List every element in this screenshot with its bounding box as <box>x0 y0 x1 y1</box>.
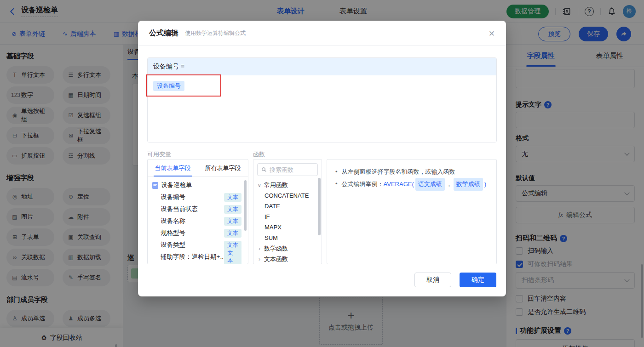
tip-line-1: 从左侧面板选择字段名和函数，或输入函数 <box>342 166 455 178</box>
function-search[interactable] <box>257 163 318 176</box>
example-chip: 数学成绩 <box>454 178 483 191</box>
variable-item[interactable]: 辅助字段：巡检日期+...文本 <box>148 251 248 263</box>
variable-item[interactable]: 规格型号文本 <box>148 227 248 239</box>
caret-down-icon: ∨ <box>257 182 262 188</box>
function-item[interactable]: CONCATENATE <box>253 190 322 201</box>
caret-right-icon: › <box>257 245 262 252</box>
functions-scrollbar[interactable] <box>318 178 321 235</box>
document-icon <box>152 182 158 189</box>
bullet-icon: • <box>335 166 338 178</box>
type-badge: 文本 <box>224 249 242 264</box>
cancel-button[interactable]: 取消 <box>414 273 451 287</box>
formula-editor-modal: 公式编辑 使用数学运算符编辑公式 ✕ 设备编号 = 设备编号 可用变量 函数 当… <box>138 21 506 296</box>
formula-field-chip[interactable]: 设备编号 <box>153 81 184 91</box>
function-item[interactable]: IF <box>253 211 322 222</box>
formula-target: 设备编号 = <box>148 58 496 75</box>
formula-input-area[interactable]: 设备编号 <box>148 75 496 142</box>
function-item[interactable]: SUM <box>253 233 322 243</box>
bullet-icon: • <box>335 178 338 191</box>
caret-right-icon: › <box>257 256 262 262</box>
type-badge: 文本 <box>224 205 242 214</box>
variable-tree-root[interactable]: 设备巡检单 <box>148 179 248 191</box>
type-badge: 文本 <box>224 193 242 202</box>
functions-label: 函数 <box>253 150 265 159</box>
variables-label: 可用变量 <box>147 150 171 159</box>
type-badge: 文本 <box>224 217 242 226</box>
variables-panel: 当前表单字段 所有表单字段 设备巡检单 设备编号文本 设备当前状态文本 设备名称… <box>147 159 248 264</box>
search-icon <box>261 167 267 172</box>
function-group-text[interactable]: ›文本函数 <box>253 254 322 264</box>
tab-current-form-fields[interactable]: 当前表单字段 <box>148 159 198 176</box>
variables-scrollbar[interactable] <box>244 180 247 231</box>
function-group-math[interactable]: ›数学函数 <box>253 243 322 254</box>
close-icon[interactable]: ✕ <box>489 29 495 39</box>
tab-all-form-fields[interactable]: 所有表单字段 <box>198 159 248 176</box>
modal-title: 公式编辑 <box>149 28 178 38</box>
tips-panel: •从左侧面板选择字段名和函数，或输入函数 •公式编辑举例：AVERAGE(语文成… <box>327 159 497 264</box>
function-search-input[interactable] <box>270 166 314 173</box>
formula-editor: 设备编号 = 设备编号 <box>147 57 497 142</box>
modal-subtitle: 使用数学运算符编辑公式 <box>185 29 246 37</box>
variable-item[interactable]: 设备名称文本 <box>148 215 248 227</box>
variable-item[interactable]: 设备编号文本 <box>148 191 248 203</box>
type-badge: 文本 <box>224 229 242 238</box>
type-badge: 文本 <box>224 241 242 250</box>
function-group-common[interactable]: ∨常用函数 <box>253 180 322 190</box>
tip-line-2: 公式编辑举例：AVERAGE(语文成绩，数学成绩) <box>342 178 487 191</box>
function-item[interactable]: MAPX <box>253 222 322 233</box>
variable-item[interactable]: 设备当前状态文本 <box>148 203 248 215</box>
functions-panel: ∨常用函数 CONCATENATE DATE IF MAPX SUM ›数学函数… <box>253 159 322 264</box>
confirm-button[interactable]: 确定 <box>460 273 496 287</box>
example-chip: 语文成绩 <box>415 178 445 191</box>
function-item[interactable]: DATE <box>253 201 322 211</box>
